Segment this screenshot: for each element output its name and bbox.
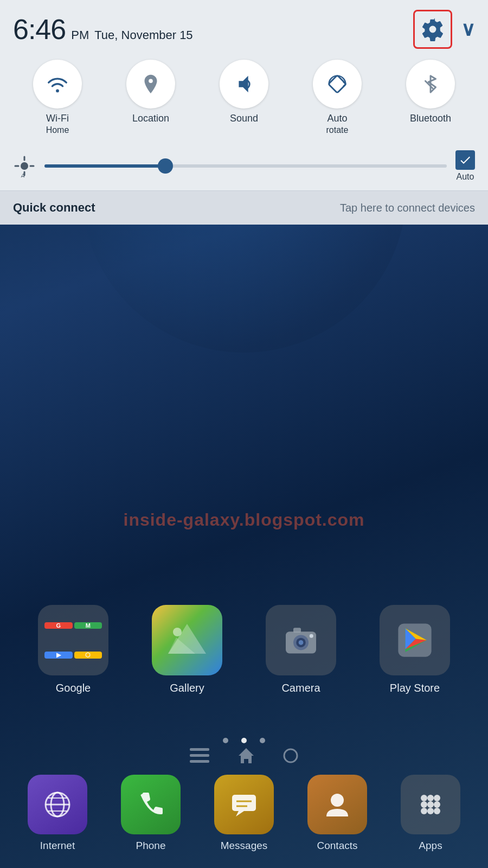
status-bar: 6:46 PM Tue, November 15 ∨ bbox=[0, 0, 488, 54]
dock-apps[interactable]: Apps bbox=[401, 775, 460, 852]
collapse-button[interactable]: ∨ bbox=[461, 18, 475, 41]
dock-phone-label: Phone bbox=[136, 840, 166, 852]
toggle-bluetooth[interactable]: Bluetooth bbox=[406, 60, 455, 135]
dock-phone[interactable]: Phone bbox=[121, 775, 181, 852]
svg-marker-24 bbox=[236, 811, 244, 816]
app-google[interactable]: G M ▶ ⬡ Google bbox=[38, 605, 108, 694]
app-grid: G M ▶ ⬡ Google Gallery bbox=[0, 605, 488, 694]
svg-point-36 bbox=[434, 808, 440, 814]
contacts-icon bbox=[307, 775, 367, 834]
page-dot-3 bbox=[260, 738, 265, 743]
app-playstore-label: Play Store bbox=[390, 682, 440, 694]
autorotate-circle bbox=[313, 60, 362, 108]
dock-messages-label: Messages bbox=[221, 840, 268, 852]
apps-icon bbox=[401, 775, 460, 834]
quick-toggles: Wi-Fi Home Location Sound bbox=[0, 54, 488, 144]
svg-rect-23 bbox=[232, 795, 256, 811]
page-dot-1 bbox=[223, 738, 228, 743]
clock-date: Tue, November 15 bbox=[94, 28, 192, 42]
svg-point-31 bbox=[421, 801, 427, 808]
dock-internet[interactable]: Internet bbox=[28, 775, 87, 852]
dock-internet-label: Internet bbox=[40, 840, 75, 852]
wifi-label: Wi-Fi bbox=[46, 113, 69, 124]
brightness-slider[interactable] bbox=[44, 164, 447, 168]
app-camera[interactable]: Camera bbox=[266, 605, 336, 694]
svg-point-8 bbox=[310, 634, 313, 638]
bottom-dock: Internet Phone Messages bbox=[0, 775, 488, 852]
settings-button[interactable] bbox=[413, 10, 452, 49]
toggle-wifi[interactable]: Wi-Fi Home bbox=[33, 60, 82, 135]
svg-text:A: A bbox=[20, 173, 25, 177]
brightness-icon: A bbox=[13, 155, 36, 177]
app-gallery-label: Gallery bbox=[170, 682, 204, 694]
bluetooth-label: Bluetooth bbox=[410, 113, 451, 124]
circle-hint-icon bbox=[283, 748, 298, 765]
menu-hint-icon bbox=[190, 748, 209, 765]
app-playstore[interactable]: Play Store bbox=[380, 605, 450, 694]
autorotate-label: Auto bbox=[327, 113, 347, 124]
status-icons: ∨ bbox=[413, 10, 475, 49]
toggle-location[interactable]: Location bbox=[126, 60, 175, 135]
svg-rect-15 bbox=[190, 754, 209, 757]
auto-brightness-label: Auto bbox=[457, 172, 474, 182]
svg-point-33 bbox=[434, 801, 440, 808]
location-circle bbox=[126, 60, 175, 108]
clock-ampm: PM bbox=[71, 28, 89, 42]
page-indicators bbox=[0, 738, 488, 743]
sound-circle bbox=[220, 60, 268, 108]
bluetooth-circle bbox=[406, 60, 455, 108]
wifi-sublabel: Home bbox=[46, 125, 69, 135]
svg-point-34 bbox=[421, 808, 427, 814]
home-hint-icon bbox=[236, 746, 256, 768]
notification-panel: 6:46 PM Tue, November 15 ∨ Wi-Fi bbox=[0, 0, 488, 225]
toggle-sound[interactable]: Sound bbox=[220, 60, 268, 135]
time-date: 6:46 PM Tue, November 15 bbox=[13, 13, 193, 46]
quick-connect-label: Quick connect bbox=[13, 201, 95, 215]
svg-rect-14 bbox=[190, 748, 209, 751]
auto-check-icon bbox=[455, 150, 475, 170]
dock-contacts[interactable]: Contacts bbox=[307, 775, 367, 852]
dock-messages[interactable]: Messages bbox=[214, 775, 274, 852]
svg-point-6 bbox=[299, 640, 304, 645]
svg-point-27 bbox=[331, 794, 344, 807]
camera-icon-bg bbox=[266, 605, 336, 675]
clock-time: 6:46 bbox=[13, 13, 66, 46]
svg-point-32 bbox=[427, 801, 434, 808]
svg-point-28 bbox=[421, 795, 427, 801]
autorotate-sublabel: rotate bbox=[326, 125, 349, 135]
sound-label: Sound bbox=[230, 113, 258, 124]
svg-point-17 bbox=[284, 749, 297, 762]
svg-point-29 bbox=[427, 795, 434, 801]
nav-hints bbox=[0, 746, 488, 768]
quick-connect-bar[interactable]: Quick connect Tap here to connect device… bbox=[0, 190, 488, 225]
dock-contacts-label: Contacts bbox=[317, 840, 358, 852]
svg-point-35 bbox=[427, 808, 434, 814]
google-icon: G M ▶ ⬡ bbox=[38, 605, 108, 675]
svg-point-38 bbox=[21, 162, 28, 170]
auto-brightness-checkbox[interactable]: Auto bbox=[455, 150, 475, 182]
svg-rect-7 bbox=[293, 628, 301, 633]
svg-rect-16 bbox=[190, 760, 209, 763]
brightness-thumb bbox=[158, 158, 173, 174]
phone-icon bbox=[121, 775, 181, 834]
dock-apps-label: Apps bbox=[419, 840, 442, 852]
gallery-icon bbox=[152, 605, 222, 675]
toggle-autorotate[interactable]: Auto rotate bbox=[313, 60, 362, 135]
internet-icon bbox=[28, 775, 87, 834]
page-dot-2 bbox=[241, 738, 247, 743]
svg-point-30 bbox=[434, 795, 440, 801]
messages-icon bbox=[214, 775, 274, 834]
quick-connect-tap-text: Tap here to connect devices bbox=[340, 202, 475, 214]
playstore-icon-bg bbox=[380, 605, 450, 675]
app-camera-label: Camera bbox=[281, 682, 320, 694]
app-gallery[interactable]: Gallery bbox=[152, 605, 222, 694]
watermark: inside-galaxy.blogspot.com bbox=[123, 510, 364, 530]
wifi-circle bbox=[33, 60, 82, 108]
app-google-label: Google bbox=[56, 682, 91, 694]
svg-point-2 bbox=[173, 628, 182, 636]
location-label: Location bbox=[132, 113, 169, 124]
brightness-row: A Auto bbox=[0, 144, 488, 190]
brightness-fill bbox=[44, 164, 165, 168]
